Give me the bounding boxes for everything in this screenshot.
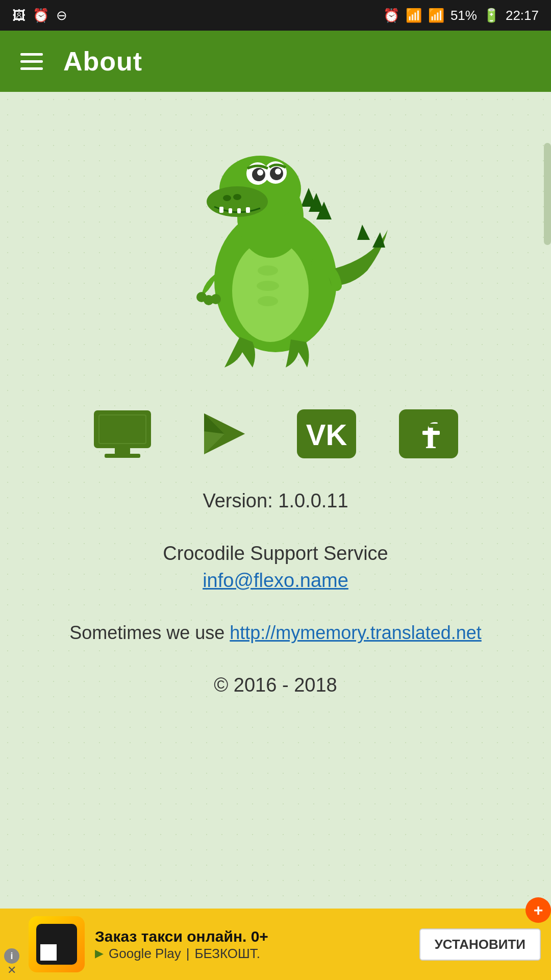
svg-marker-6 [301, 188, 316, 207]
svg-point-25 [258, 265, 278, 276]
svg-rect-29 [99, 415, 146, 444]
status-icons-right: ⏰ 📶 📶 51% 🔋 22:17 [383, 8, 539, 23]
scrollbar[interactable] [544, 143, 551, 245]
alarm-clock-icon: ⏰ [383, 8, 399, 23]
google-play-icon: ▶ [95, 947, 104, 960]
svg-point-27 [258, 296, 278, 306]
svg-point-10 [223, 195, 231, 201]
website-button[interactable] [92, 408, 153, 459]
ad-text-block: Заказ такси онлайн. 0+ ▶ Google Play | Б… [95, 927, 409, 962]
support-email-link[interactable]: info@flexo.name [203, 570, 348, 591]
ad-install-button[interactable]: УСТАНОВИТИ [419, 928, 541, 961]
version-info: Version: 1.0.0.11 [203, 490, 348, 512]
wifi-icon: 📶 [406, 8, 422, 23]
svg-rect-41 [429, 424, 440, 428]
app-bar: About [0, 31, 551, 92]
svg-point-20 [257, 169, 263, 176]
svg-rect-13 [229, 208, 232, 213]
svg-text:VK: VK [306, 418, 347, 451]
svg-rect-42 [422, 431, 440, 435]
main-content: VK f Version: 1.0.0.11 Crocodile Support… [0, 92, 551, 909]
translation-prefix: Sometimes we use [69, 622, 224, 643]
alarm-icon: ⏰ [33, 8, 49, 23]
svg-rect-32 [105, 454, 140, 458]
ad-subtitle: ▶ Google Play | БЕЗКОШТ. [95, 946, 409, 962]
minus-circle-icon: ⊖ [56, 8, 67, 23]
ad-separator: | [186, 946, 190, 962]
ad-info-icon[interactable]: i [4, 948, 19, 964]
ad-close-icon[interactable]: ✕ [7, 965, 16, 976]
svg-rect-14 [237, 208, 241, 213]
signal-icon: 📶 [428, 8, 444, 23]
vk-button[interactable]: VK [296, 408, 357, 459]
ad-expand-button[interactable]: + [525, 897, 551, 923]
google-play-button[interactable] [194, 408, 255, 459]
status-icons-left: 🖼 ⏰ ⊖ [12, 8, 67, 23]
svg-rect-12 [219, 207, 223, 213]
copyright-text: © 2016 - 2018 [214, 674, 337, 696]
battery-text: 51% [450, 8, 477, 23]
ad-free-label: БЕЗКОШТ. [194, 946, 260, 962]
ad-app-icon [29, 916, 85, 972]
menu-button[interactable] [20, 53, 43, 70]
svg-text:f: f [425, 415, 438, 456]
translation-link[interactable]: http://mymemory.translated.net [230, 622, 482, 643]
svg-point-24 [211, 294, 221, 304]
svg-marker-2 [357, 225, 370, 240]
ad-google-play-label: Google Play [109, 946, 181, 962]
facebook-button[interactable]: f [398, 408, 459, 459]
translation-line: Sometimes we use http://mymemory.transla… [69, 622, 482, 644]
support-block: Crocodile Support Service info@flexo.nam… [163, 543, 388, 592]
support-service-label: Crocodile Support Service [163, 543, 388, 565]
photo-icon: 🖼 [12, 8, 26, 23]
battery-icon: 🔋 [483, 8, 499, 23]
crocodile-image [148, 112, 403, 378]
page-title: About [63, 46, 142, 77]
svg-rect-31 [115, 448, 130, 454]
svg-point-21 [275, 168, 281, 175]
social-icons-row: VK f [92, 408, 459, 459]
svg-rect-15 [246, 207, 250, 213]
status-bar: 🖼 ⏰ ⊖ ⏰ 📶 📶 51% 🔋 22:17 [0, 0, 551, 31]
time-display: 22:17 [506, 8, 539, 23]
ad-title: Заказ такси онлайн. 0+ [95, 927, 409, 946]
svg-point-11 [233, 194, 241, 200]
ad-banner: i ✕ Заказ такси онлайн. 0+ ▶ Google Play… [0, 909, 551, 980]
svg-point-26 [257, 281, 279, 291]
